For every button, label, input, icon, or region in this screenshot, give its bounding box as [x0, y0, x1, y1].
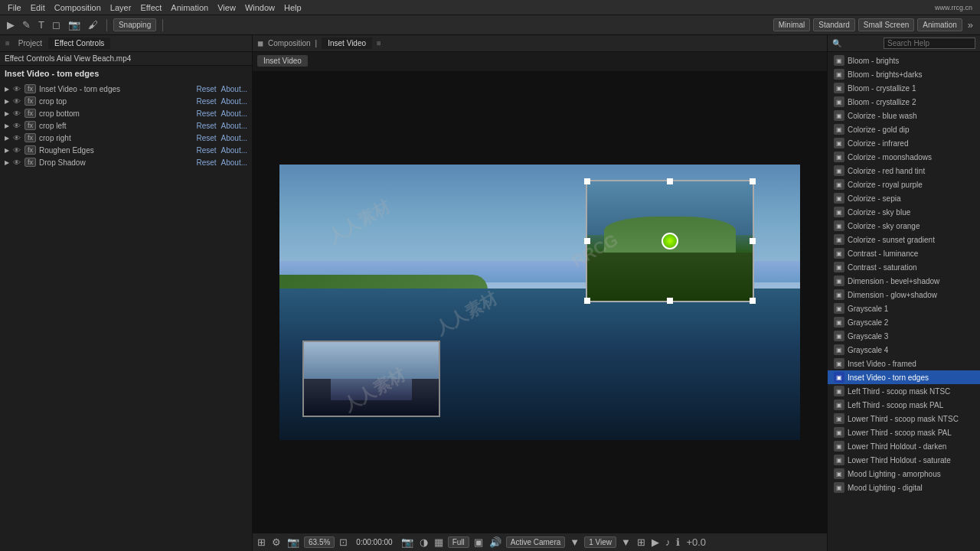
tab-project[interactable]: Project	[12, 37, 48, 49]
standard-button[interactable]: Standard	[813, 18, 855, 31]
effect-about-btn[interactable]: About...	[221, 146, 247, 155]
search-input[interactable]	[884, 37, 975, 49]
effects-preset-item[interactable]: ▣ Inset Video - framed	[828, 357, 980, 370]
effects-preset-item[interactable]: ▣ Bloom - brights+darks	[828, 67, 980, 81]
effect-vis-icon[interactable]: 👁	[12, 85, 21, 93]
anchor-point-icon[interactable]	[662, 233, 678, 249]
animation-button[interactable]: Animation	[917, 18, 962, 31]
effect-item-1[interactable]: ▶ 👁 fx Inset Video - torn edges Reset Ab…	[0, 83, 252, 95]
brush-tool-icon[interactable]: 🖌	[86, 19, 100, 31]
zoom-level-button[interactable]: 63.5%	[304, 536, 335, 548]
effects-preset-item[interactable]: ▣ Colorize - sky blue	[828, 205, 980, 219]
expand-arrow-icon[interactable]: ▶	[5, 98, 9, 105]
small-screen-button[interactable]: Small Screen	[858, 18, 914, 31]
effects-preset-item[interactable]: ▣ Dimension - bevel+shadow	[828, 274, 980, 288]
effect-item-2[interactable]: ▶ 👁 fx crop top Reset About...	[0, 95, 252, 107]
effects-preset-item[interactable]: ▣ Colorize - gold dip	[828, 122, 980, 136]
effects-preset-item[interactable]: ▣ Grayscale 3	[828, 329, 980, 343]
text-tool-icon[interactable]: T	[36, 19, 47, 31]
effects-preset-item[interactable]: ▣ Mood Lighting - amorphous	[828, 467, 980, 481]
effects-preset-item[interactable]: ▣ Grayscale 2	[828, 315, 980, 329]
effects-preset-item[interactable]: ▣ Contrast - saturation	[828, 260, 980, 274]
effect-item-7[interactable]: ▶ 👁 fx Drop Shadow Reset About...	[0, 156, 252, 168]
minimal-button[interactable]: Minimal	[773, 18, 810, 31]
effect-item-6[interactable]: ▶ 👁 fx Roughen Edges Reset About...	[0, 144, 252, 156]
effects-preset-item[interactable]: ▣ Lower Third Holdout - darken	[828, 439, 980, 453]
viewport-home-icon[interactable]: ⊞	[256, 536, 267, 548]
effects-preset-item[interactable]: ▣ Lower Third - scoop mask NTSC	[828, 412, 980, 425]
fit-icon[interactable]: ⊡	[338, 536, 349, 548]
effect-reset-btn[interactable]: Reset	[194, 109, 217, 118]
effect-reset-btn[interactable]: Reset	[194, 158, 217, 167]
effects-preset-item[interactable]: ▣ Colorize - sky orange	[828, 219, 980, 233]
inset-video-box[interactable]	[586, 180, 754, 302]
handle-bottom-mid[interactable]	[667, 298, 673, 304]
inset-video-label[interactable]: Inset Video	[257, 55, 308, 67]
effects-preset-item[interactable]: ▣ Colorize - blue wash	[828, 109, 980, 122]
color-depth-icon[interactable]: ▣	[472, 536, 485, 548]
effect-about-btn[interactable]: About...	[221, 122, 247, 130]
menu-item-window[interactable]: Window	[240, 3, 279, 12]
menu-item-effect[interactable]: Effect	[136, 3, 166, 12]
comp-menu-icon[interactable]: ≡	[377, 39, 381, 47]
viewport-camera-icon[interactable]: 📷	[286, 536, 301, 548]
expand-arrow-icon[interactable]: ▶	[5, 122, 9, 129]
effects-preset-item[interactable]: ▣ Colorize - red hand tint	[828, 164, 980, 178]
effect-about-btn[interactable]: About...	[221, 134, 247, 142]
menu-item-help[interactable]: Help	[279, 3, 306, 12]
views-button[interactable]: 1 View	[584, 536, 616, 548]
effect-about-btn[interactable]: About...	[221, 109, 247, 118]
preview-icon[interactable]: ▶	[650, 536, 661, 548]
effect-vis-icon[interactable]: 👁	[12, 134, 21, 142]
effect-reset-btn[interactable]: Reset	[194, 97, 217, 106]
audio-icon[interactable]: ♪	[664, 536, 672, 548]
effect-reset-btn[interactable]: Reset	[194, 122, 217, 130]
expand-arrow-icon[interactable]: ▶	[5, 135, 9, 142]
grid-icon[interactable]: ▦	[433, 536, 445, 548]
effects-preset-item[interactable]: ▣ Bloom - crystallize 2	[828, 95, 980, 109]
exposure-icon[interactable]: ◑	[418, 536, 430, 548]
pen-tool-icon[interactable]: ✎	[20, 19, 33, 31]
effects-preset-item[interactable]: ▣ Dimension - glow+shadow	[828, 288, 980, 302]
tab-effect-controls[interactable]: Effect Controls	[48, 37, 110, 49]
effects-preset-item[interactable]: ▣ Inset Video - torn edges	[828, 370, 980, 384]
info-icon[interactable]: ℹ	[675, 536, 681, 548]
effects-preset-item[interactable]: ▣ Grayscale 4	[828, 343, 980, 357]
effect-vis-icon[interactable]: 👁	[12, 109, 21, 118]
menu-item-view[interactable]: View	[213, 3, 240, 12]
effects-preset-item[interactable]: ▣ Bloom - crystallize 1	[828, 81, 980, 95]
panel-menu-icon[interactable]: ≡	[3, 39, 12, 47]
effects-preset-item[interactable]: ▣ Left Third - scoop mask NTSC	[828, 384, 980, 398]
effects-preset-item[interactable]: ▣ Bloom - brights	[828, 54, 980, 67]
expand-arrow-icon[interactable]: ▶	[5, 147, 9, 154]
menu-item-edit[interactable]: Edit	[26, 3, 50, 12]
render-icon[interactable]: ⊞	[635, 536, 647, 548]
viewport-settings-icon[interactable]: ⚙	[270, 536, 283, 548]
snapping-button[interactable]: Snapping	[113, 18, 156, 31]
effects-preset-item[interactable]: ▣ Colorize - royal purple	[828, 178, 980, 191]
effect-reset-btn[interactable]: Reset	[194, 85, 217, 93]
handle-left-mid[interactable]	[584, 238, 590, 244]
camera-tool-icon[interactable]: 📷	[66, 19, 83, 31]
effects-preset-item[interactable]: ▣ Mood Lighting - digital	[828, 481, 980, 494]
effects-preset-item[interactable]: ▣ Colorize - sepia	[828, 191, 980, 205]
effect-vis-icon[interactable]: 👁	[12, 97, 21, 106]
effects-preset-item[interactable]: ▣ Lower Third - scoop mask PAL	[828, 425, 980, 439]
effects-preset-item[interactable]: ▣ Contrast - luminance	[828, 246, 980, 260]
effects-preset-item[interactable]: ▣ Grayscale 1	[828, 302, 980, 315]
effect-item-4[interactable]: ▶ 👁 fx crop left Reset About...	[0, 119, 252, 132]
menu-item-animation[interactable]: Animation	[166, 3, 213, 12]
effect-vis-icon[interactable]: 👁	[12, 158, 21, 167]
effects-preset-item[interactable]: ▣ Lower Third Holdout - saturate	[828, 453, 980, 467]
handle-bottom-right[interactable]	[750, 298, 756, 304]
handle-top-right[interactable]	[750, 178, 756, 184]
handle-top-mid[interactable]	[667, 178, 673, 184]
menu-item-layer[interactable]: Layer	[106, 3, 136, 12]
effects-preset-item[interactable]: ▣ Colorize - sunset gradient	[828, 233, 980, 246]
expand-arrow-icon[interactable]: ▶	[5, 159, 9, 166]
expand-arrow-icon[interactable]: ▶	[5, 110, 9, 117]
selection-tool-icon[interactable]: ▶	[5, 19, 17, 31]
menu-item-file[interactable]: File	[3, 3, 26, 12]
effects-preset-item[interactable]: ▣ Colorize - infrared	[828, 136, 980, 150]
effect-about-btn[interactable]: About...	[221, 85, 247, 93]
